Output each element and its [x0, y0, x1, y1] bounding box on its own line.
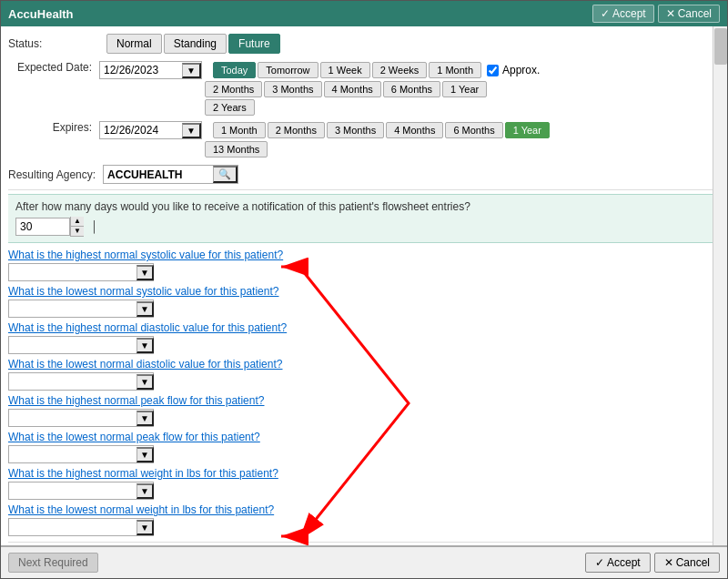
divider-1 [8, 189, 720, 190]
question-8-spin[interactable]: ▼ [136, 520, 154, 535]
question-5-spin[interactable]: ▼ [136, 411, 154, 426]
expires-date-picker-button[interactable]: ▼ [182, 123, 201, 138]
app-title: AccuHealth [8, 7, 74, 21]
scroll-thumb[interactable] [714, 28, 727, 65]
title-accept-button[interactable]: ✓ Accept [592, 5, 654, 23]
agency-search-button[interactable]: 🔍 [213, 166, 238, 183]
agency-row: Resulting Agency: 🔍 [8, 165, 720, 184]
expires-6months-button[interactable]: 6 Months [445, 122, 502, 138]
question-2-label[interactable]: What is the lowest normal systolic value… [8, 285, 720, 298]
question-4: What is the lowest normal diastolic valu… [8, 358, 720, 391]
question-6-label[interactable]: What is the lowest normal peak flow for … [8, 431, 720, 443]
question-6-spin[interactable]: ▼ [136, 447, 154, 462]
question-7: What is the highest normal weight in lbs… [8, 467, 720, 500]
expected-date-4months-button[interactable]: 4 Months [324, 81, 381, 97]
expected-date-1week-button[interactable]: 1 Week [320, 62, 370, 78]
expected-date-1year-button[interactable]: 1 Year [442, 81, 487, 97]
cc-results-row: CC Results: + My List ▼ + Other [8, 542, 720, 545]
expires-4months-button[interactable]: 4 Months [386, 122, 443, 138]
question-1-label[interactable]: What is the highest normal systolic valu… [8, 249, 720, 261]
question-4-label[interactable]: What is the lowest normal diastolic valu… [8, 358, 720, 371]
expected-date-3months-button[interactable]: 3 Months [264, 81, 321, 97]
bottom-accept-button[interactable]: ✓ Accept [585, 553, 651, 573]
approx-label: Approx. [502, 64, 540, 76]
question-5-label[interactable]: What is the highest normal peak flow for… [8, 394, 720, 407]
status-normal-button[interactable]: Normal [106, 34, 162, 54]
question-8-input[interactable] [9, 519, 136, 535]
expires-date-input[interactable] [100, 122, 182, 138]
question-1-input-wrap: ▼ [8, 263, 154, 281]
question-5: What is the highest normal peak flow for… [8, 394, 720, 427]
question-7-spin[interactable]: ▼ [136, 483, 154, 499]
question-7-label[interactable]: What is the highest normal weight in lbs… [8, 467, 720, 480]
title-cancel-button[interactable]: ✕ Cancel [658, 5, 720, 23]
expected-date-input-wrap: ▼ [99, 61, 202, 79]
scrollbar[interactable] [713, 26, 727, 545]
question-5-input[interactable] [9, 410, 136, 426]
question-5-input-wrap: ▼ [8, 409, 154, 427]
expected-date-6months-button[interactable]: 6 Months [383, 81, 440, 97]
agency-input[interactable] [104, 167, 213, 183]
notification-days-input[interactable] [15, 218, 70, 236]
question-6-input[interactable] [9, 446, 136, 462]
notification-spin-down[interactable]: ▼ [71, 227, 84, 237]
expected-date-2months-button[interactable]: 2 Months [205, 81, 262, 97]
question-3-input-wrap: ▼ [8, 336, 154, 354]
expected-date-picker-button[interactable]: ▼ [182, 63, 201, 78]
approx-wrap: Approx. [487, 64, 540, 76]
expected-date-today-button[interactable]: Today [213, 62, 256, 78]
expected-date-input[interactable] [100, 62, 182, 78]
question-7-input[interactable] [9, 482, 136, 499]
expires-1month-button[interactable]: 1 Month [213, 122, 266, 138]
expires-1year-button[interactable]: 1 Year [505, 122, 550, 138]
x-icon: ✕ [666, 7, 675, 20]
agency-input-wrap: 🔍 [103, 165, 238, 184]
next-required-button[interactable]: Next Required [8, 553, 98, 573]
question-8: What is the lowest normal weight in lbs … [8, 503, 720, 536]
question-3: What is the highest normal diastolic val… [8, 321, 720, 354]
expected-date-2years-button[interactable]: 2 Years [205, 99, 255, 116]
question-2-spin[interactable]: ▼ [136, 301, 154, 317]
status-row: Status: Normal Standing Future [8, 34, 720, 54]
question-8-label[interactable]: What is the lowest normal weight in lbs … [8, 503, 720, 516]
question-7-input-wrap: ▼ [8, 482, 154, 500]
expected-date-1month-button[interactable]: 1 Month [429, 62, 481, 78]
question-2-input[interactable] [9, 300, 136, 317]
main-content: Status: Normal Standing Future Expected … [1, 26, 727, 545]
title-cancel-label: Cancel [678, 7, 712, 20]
title-accept-label: Accept [612, 7, 646, 20]
expires-13months-button[interactable]: 13 Months [205, 141, 268, 157]
question-3-spin[interactable]: ▼ [136, 338, 154, 353]
expected-date-options-row3: 2 Years [205, 99, 540, 116]
notification-spin-up[interactable]: ▲ [71, 217, 84, 227]
expected-date-options-row2: 2 Months 3 Months 4 Months 6 Months 1 Ye… [205, 81, 540, 97]
check-icon-2: ✓ [595, 556, 604, 569]
bottom-right-actions: ✓ Accept ✕ Cancel [585, 553, 720, 573]
status-label: Status: [8, 37, 99, 50]
expires-date-input-wrap: ▼ [99, 121, 202, 139]
bottom-cancel-button[interactable]: ✕ Cancel [654, 553, 720, 573]
expires-2months-button[interactable]: 2 Months [268, 122, 325, 138]
question-1-input[interactable] [9, 264, 136, 280]
question-4-input-wrap: ▼ [8, 372, 154, 391]
status-standing-button[interactable]: Standing [164, 34, 227, 54]
approx-checkbox[interactable] [487, 65, 499, 76]
question-1-spin[interactable]: ▼ [136, 265, 154, 280]
expected-date-tomorrow-button[interactable]: Tomorrow [258, 62, 318, 78]
notification-section: After how many days would you like to re… [8, 194, 720, 243]
expires-3months-button[interactable]: 3 Months [327, 122, 384, 138]
title-bar-actions: ✓ Accept ✕ Cancel [592, 5, 720, 23]
x-icon-2: ✕ [664, 556, 673, 569]
question-3-input[interactable] [9, 337, 136, 353]
question-4-spin[interactable]: ▼ [136, 374, 154, 390]
question-6-input-wrap: ▼ [8, 445, 154, 463]
question-3-label[interactable]: What is the highest normal diastolic val… [8, 321, 720, 334]
notification-spinner: ▲ ▼ [70, 217, 84, 237]
question-4-input[interactable] [9, 373, 136, 390]
status-future-button[interactable]: Future [228, 34, 280, 54]
expected-date-label: Expected Date: [8, 61, 99, 74]
notification-input-wrap: ▲ ▼ │ [15, 217, 713, 237]
expected-date-row: Expected Date: ▼ Today Tomorrow 1 Week 2… [8, 61, 720, 116]
expected-date-2weeks-button[interactable]: 2 Weeks [372, 62, 428, 78]
expires-options-row1: 1 Month 2 Months 3 Months 4 Months 6 Mon… [213, 122, 550, 138]
